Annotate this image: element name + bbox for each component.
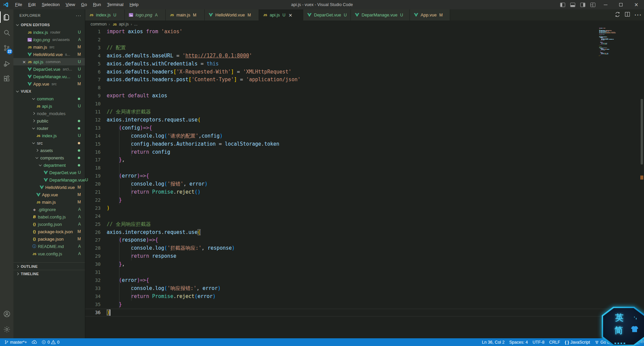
statusbar-spaces-4[interactable]: Spaces: 4 <box>507 338 530 346</box>
code-line-29[interactable]: 29 return response <box>85 252 644 260</box>
tree-item-index.js[interactable]: JSindex.jsU <box>13 132 85 139</box>
breadcrumb-item[interactable]: common <box>91 22 107 27</box>
tree-item-package.json[interactable]: {}package.jsonM <box>13 235 85 243</box>
statusbar-ln-36-col-2[interactable]: Ln 36, Col 2 <box>480 338 507 346</box>
code-line-6[interactable]: 6axios.defaults.headers['X-Requested-Wit… <box>85 68 644 76</box>
tree-item-api.js[interactable]: JSapi.jsU <box>13 102 85 110</box>
statusbar-branch[interactable]: master*+ <box>2 338 29 346</box>
tab-api.js[interactable]: JSapi.jsU× <box>259 9 303 20</box>
code-line-17[interactable]: 17 }, <box>85 156 644 164</box>
tab-HelloWorld.vue[interactable]: HelloWorld.vueM <box>205 9 259 20</box>
toggle-secondary-sidebar-icon[interactable] <box>578 0 588 9</box>
tree-item-node_modules[interactable]: node_modules <box>13 110 85 117</box>
tree-item-common[interactable]: common <box>13 95 85 102</box>
code-line-15[interactable]: 15 config.headers.Authorization = localS… <box>85 140 644 148</box>
menu-edit[interactable]: Edit <box>25 0 39 9</box>
tree-item-main.js[interactable]: JSmain.jsM <box>13 198 85 206</box>
toggle-sidebar-icon[interactable] <box>557 0 568 9</box>
open-editor-App.vue[interactable]: App.vuesrcM <box>13 80 85 88</box>
toggle-panel-icon[interactable] <box>568 0 578 9</box>
code-line-2[interactable]: 2 <box>85 36 644 44</box>
code-line-8[interactable]: 8 <box>85 84 644 92</box>
tree-item-assets[interactable]: assets <box>13 147 85 154</box>
code-line-10[interactable]: 10 <box>85 100 644 108</box>
statusbar-cloud[interactable] <box>29 338 39 346</box>
project-section-header[interactable]: VUEX <box>13 88 85 95</box>
statusbar-utf-8[interactable]: UTF-8 <box>530 338 547 346</box>
tab-DeparGet.vue[interactable]: DeparGet.vueU <box>303 9 351 20</box>
tree-item-src[interactable]: src <box>13 139 85 147</box>
menu-view[interactable]: View <box>63 0 78 9</box>
code-line-36[interactable]: 36) <box>85 309 644 317</box>
close-editor-icon[interactable]: × <box>21 59 27 64</box>
code-line-23[interactable]: 23) <box>85 204 644 212</box>
code-line-25[interactable]: 25// 全局响应拦截器 <box>85 220 644 229</box>
minimap[interactable] <box>599 28 623 60</box>
open-changes-icon[interactable] <box>615 12 620 18</box>
statusbar-crlf[interactable]: CRLF <box>547 338 562 346</box>
code-line-1[interactable]: 1import axios from 'axios' <box>85 28 644 36</box>
breadcrumb-item[interactable]: api.js <box>119 22 129 27</box>
maximize-button[interactable] <box>613 0 629 9</box>
code-line-32[interactable]: 32 (error)=>{ <box>85 277 644 285</box>
source-control-icon[interactable]: 22 <box>0 40 13 56</box>
open-editors-section-header[interactable]: OPEN EDITORS <box>13 21 85 29</box>
tree-item-router[interactable]: router <box>13 125 85 132</box>
code-line-18[interactable]: 18 <box>85 164 644 172</box>
code-line-9[interactable]: 9export default axios <box>85 92 644 100</box>
explorer-icon[interactable] <box>0 9 13 25</box>
code-editor[interactable]: 1import axios from 'axios'23// 配置4axios.… <box>85 28 644 338</box>
statusbar-javascript[interactable]: { }JavaScript <box>562 338 592 346</box>
settings-gear-icon[interactable] <box>0 322 13 337</box>
outline-section-header[interactable]: OUTLINE <box>13 262 85 270</box>
run-debug-icon[interactable] <box>0 56 13 71</box>
tree-item-department[interactable]: department <box>13 161 85 169</box>
tree-item-README.md[interactable]: ⓘREADME.mdA <box>13 243 85 250</box>
code-line-31[interactable]: 31 <box>85 268 644 277</box>
tree-item-components[interactable]: components <box>13 154 85 161</box>
code-line-12[interactable]: 12axios.interceptors.request.use( <box>85 116 644 124</box>
timeline-section-header[interactable]: TIMELINE <box>13 270 85 277</box>
statusbar-errwarn[interactable]: 00 <box>39 338 62 346</box>
open-editor-DeparManage.vu...[interactable]: DeparManage.vu...U <box>13 73 85 80</box>
open-editor-HelloWorld.vue[interactable]: HelloWorld.vues...M <box>13 51 85 58</box>
breadcrumb[interactable]: common›JSapi.js›... <box>85 20 644 28</box>
open-editor-api.js[interactable]: ×JSapi.jscommonU <box>13 58 85 65</box>
code-line-11[interactable]: 11// 全局请求拦截器 <box>85 108 644 116</box>
open-editor-DeparGet.vue[interactable]: DeparGet.vuesrc\...U <box>13 65 85 73</box>
tab-DeparManage.vue[interactable]: DeparManage.vueU <box>351 9 410 20</box>
code-line-13[interactable]: 13 (config)=>{ <box>85 124 644 132</box>
menu-go[interactable]: Go <box>78 0 90 9</box>
open-editor-index.js[interactable]: JSindex.jsrouterU <box>13 29 85 36</box>
tree-item-babel.config.js[interactable]: Bbabel.config.jsA <box>13 213 85 220</box>
code-line-14[interactable]: 14 console.log('请求的配置',config) <box>85 132 644 140</box>
account-icon[interactable] <box>0 306 13 322</box>
code-line-19[interactable]: 19 (error)=>{ <box>85 172 644 180</box>
scrollbar-thumb[interactable] <box>641 99 643 164</box>
open-editor-logo.png[interactable]: logo.pngsrc\assetsA <box>13 36 85 43</box>
open-editor-main.js[interactable]: JSmain.jssrcM <box>13 43 85 51</box>
menu-help[interactable]: Help <box>126 0 142 9</box>
tree-item-.gitignore[interactable]: ◆.gitignoreA <box>13 206 85 213</box>
tree-item-vue.config.js[interactable]: JSvue.config.jsA <box>13 250 85 257</box>
code-line-4[interactable]: 4axios.defaults.baseURL = 'http://127.0.… <box>85 52 644 60</box>
menu-run[interactable]: Run <box>90 0 104 9</box>
menu-terminal[interactable]: Terminal <box>104 0 126 9</box>
close-tab-icon[interactable]: × <box>288 12 292 18</box>
code-line-16[interactable]: 16 return config <box>85 148 644 156</box>
extensions-icon[interactable] <box>0 71 13 87</box>
tab-index.js[interactable]: JSindex.jsU <box>85 9 125 20</box>
menu-file[interactable]: File <box>12 0 25 9</box>
code-line-5[interactable]: 5axios.defaults.withCredentials = this <box>85 60 644 68</box>
tree-item-public[interactable]: public <box>13 117 85 125</box>
code-line-34[interactable]: 34 return Promise.reject(error) <box>85 293 644 301</box>
tab-logo.png[interactable]: logo.pngA <box>125 9 166 20</box>
tree-item-App.vue[interactable]: App.vueM <box>13 191 85 198</box>
close-button[interactable]: × <box>629 0 644 9</box>
breadcrumb-item[interactable]: ... <box>134 22 137 27</box>
tree-item-jsconfig.json[interactable]: {}jsconfig.jsonA <box>13 220 85 228</box>
code-line-7[interactable]: 7axios.defaults.headers.post['Content-Ty… <box>85 76 644 84</box>
split-editor-icon[interactable] <box>625 12 630 18</box>
code-line-33[interactable]: 33 console.log('响应报错:', error) <box>85 285 644 293</box>
code-line-26[interactable]: 26axios.interceptors.request.use( <box>85 229 644 237</box>
